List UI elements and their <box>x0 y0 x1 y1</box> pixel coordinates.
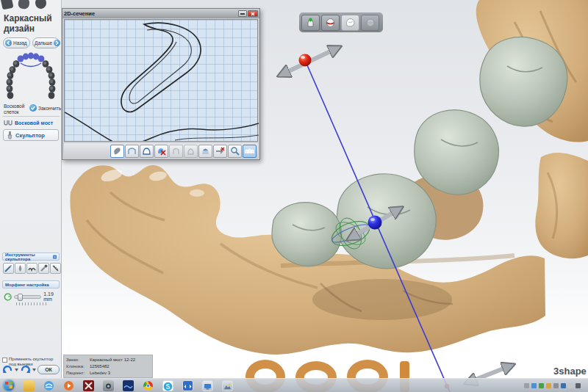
cap-view-button[interactable] <box>198 145 212 158</box>
chrome-icon[interactable] <box>143 380 154 391</box>
console-app-icon[interactable] <box>123 380 134 391</box>
section-shape-button[interactable] <box>110 145 124 158</box>
scan-view-button <box>361 15 379 31</box>
tray-icon[interactable] <box>576 383 581 388</box>
minimize-button[interactable] <box>238 10 247 17</box>
tray-icon[interactable] <box>531 383 537 388</box>
mill-step-icon[interactable] <box>35 0 47 10</box>
sculptor-label: Скульптор <box>15 132 45 139</box>
tray-icon[interactable] <box>568 383 573 388</box>
undo-redo-row: ОК <box>2 365 60 374</box>
margin-line-button[interactable] <box>321 15 340 31</box>
wizard-step-icons[interactable] <box>1 0 46 9</box>
divider <box>2 116 60 117</box>
next-button[interactable]: Дальше <box>32 37 60 48</box>
start-button[interactable] <box>3 380 15 391</box>
redo-button[interactable] <box>20 365 31 374</box>
patient-value: Lebedev 3 <box>90 370 110 377</box>
scan-step-icon[interactable] <box>1 0 14 10</box>
axis-handle-red[interactable] <box>299 54 312 67</box>
teamviewer-icon[interactable] <box>182 380 193 391</box>
selected-bridge-teeth[interactable] <box>18 53 45 62</box>
bridge-link-icon <box>4 120 12 126</box>
tray-icon[interactable] <box>561 383 566 388</box>
order-row: Заказ: Каркасный мост 12-22 <box>66 357 150 363</box>
sculpt-tools-header[interactable]: Инструменты скульптора <box>2 253 60 261</box>
reset-morph-icon[interactable] <box>4 292 12 302</box>
windows-flag-icon <box>5 382 12 389</box>
remote-desktop-icon[interactable] <box>202 380 213 391</box>
order-value: Каркасный мост 12-22 <box>90 357 135 363</box>
design-step-icon[interactable] <box>18 0 30 10</box>
patient-label: Пациент: <box>66 370 90 377</box>
slider-ruler <box>16 302 47 305</box>
internet-explorer-icon[interactable] <box>43 380 54 391</box>
morph-slider-track[interactable] <box>14 295 41 299</box>
section-window-titlebar[interactable]: 2D-сечение <box>62 9 259 18</box>
morphing-slider-row: 1.19 mm <box>4 291 61 302</box>
back-button[interactable]: Назад <box>3 37 30 48</box>
section-2d-canvas[interactable] <box>64 19 258 142</box>
sculptor-button[interactable]: Скульптор <box>3 129 59 141</box>
order-info-panel: Заказ: Каркасный мост 12-22 Клиника: 125… <box>63 355 153 378</box>
order-label: Заказ: <box>66 357 90 363</box>
system-tray <box>524 383 581 388</box>
dental-cad-icon[interactable] <box>83 380 94 391</box>
undo-dropdown-icon[interactable] <box>15 369 18 371</box>
close-button[interactable] <box>248 10 258 17</box>
framework-view-button[interactable] <box>341 15 359 31</box>
undo-button[interactable] <box>2 365 13 374</box>
capture-app-icon[interactable] <box>103 380 114 391</box>
arch-view-button[interactable] <box>125 145 139 158</box>
morph-value: 1.19 mm <box>43 291 61 302</box>
section-window-toolbar <box>64 143 258 159</box>
explorer-icon[interactable] <box>24 380 35 391</box>
tray-icon[interactable] <box>539 383 544 388</box>
skype-icon[interactable] <box>162 380 173 391</box>
tray-icon[interactable] <box>546 383 551 388</box>
ok-button[interactable]: ОК <box>37 365 60 374</box>
die-margin-button[interactable] <box>301 15 320 31</box>
finish-label: Закончить <box>38 106 61 111</box>
sculptor-tool-icon <box>7 131 13 139</box>
measure-tool[interactable] <box>50 263 61 274</box>
tooth-tool-disabled-b <box>184 145 198 158</box>
carve-tool[interactable] <box>26 263 37 274</box>
apply-sculpt-checkbox[interactable] <box>2 357 7 363</box>
axis-handle-blue[interactable] <box>368 216 382 230</box>
redo-dropdown-icon[interactable] <box>32 369 36 371</box>
clinic-label: Клиника: <box>66 363 90 370</box>
media-player-icon[interactable] <box>63 380 74 391</box>
remove-plane-button[interactable] <box>213 145 227 158</box>
delete-section-button[interactable] <box>154 145 168 158</box>
morphing-header-label: Морфинг настройка <box>5 283 49 287</box>
section-2d-window: 2D-сечение <box>62 8 260 160</box>
dome-view-button[interactable] <box>140 145 154 158</box>
3shape-watermark: 3shape <box>553 366 588 377</box>
sidebar: Каркасный дизайн Назад Дальше Восковой с… <box>0 0 62 378</box>
morphing-header[interactable]: Морфинг настройка <box>2 280 60 288</box>
image-viewer-icon[interactable] <box>222 380 233 391</box>
finish-check-icon <box>29 104 37 112</box>
next-arrow-icon <box>54 40 60 46</box>
tray-icon[interactable] <box>553 383 559 388</box>
section-window-title: 2D-сечение <box>64 10 237 17</box>
viewport-toolbar <box>299 12 383 32</box>
back-arrow-icon <box>5 40 12 46</box>
teeth-row-button[interactable] <box>243 145 257 158</box>
finish-button[interactable]: Закончить <box>29 104 61 112</box>
back-label: Назад <box>13 40 27 46</box>
morph-slider-thumb[interactable] <box>18 294 23 301</box>
smooth-tool[interactable] <box>38 263 49 274</box>
tray-icon[interactable] <box>524 383 529 388</box>
wax-drop-tool[interactable] <box>15 263 26 274</box>
wax-bridge-link[interactable]: Восковой мост <box>4 120 53 126</box>
dental-arch-diagram[interactable] <box>4 51 57 100</box>
next-label: Дальше <box>35 40 52 46</box>
framework-bridge[interactable] <box>272 37 567 269</box>
tooth-tool-disabled-a <box>169 145 183 158</box>
wax-bridge-label: Восковой мост <box>15 120 53 126</box>
magnifier-button[interactable] <box>228 145 242 158</box>
sculpt-tools-row <box>3 263 61 274</box>
sculpt-knife-tool[interactable] <box>3 263 14 274</box>
